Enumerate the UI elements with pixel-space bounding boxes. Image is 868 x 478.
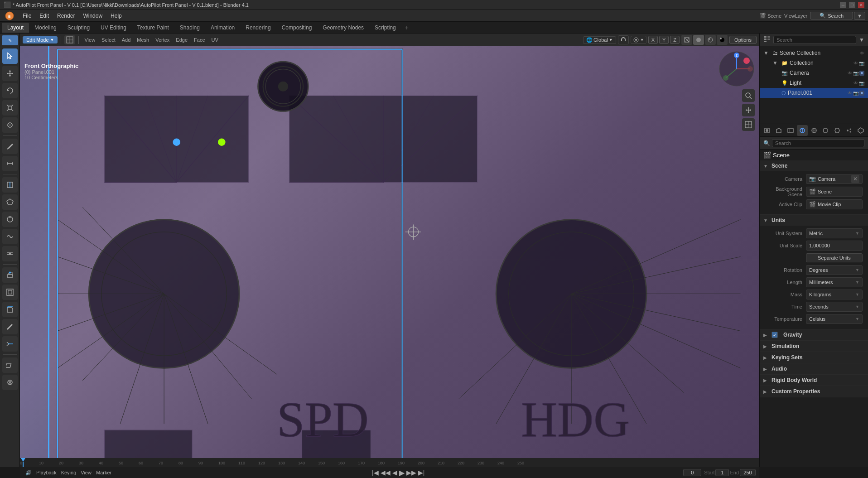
current-frame-input[interactable]	[683, 469, 701, 476]
gravity-section-header[interactable]: ▶ ✓ Gravity	[760, 329, 868, 340]
visibility-btn-1[interactable]: 👁	[854, 61, 858, 66]
smooth-btn[interactable]	[2, 229, 18, 244]
prop-render-icon-btn[interactable]	[762, 125, 772, 136]
wireframe-btn[interactable]	[681, 35, 692, 45]
viewport[interactable]: Edit Mode ▼ View Select Add Mesh Vertex …	[20, 34, 759, 467]
outliner-camera[interactable]: 📷 Camera 👁 📷 ■	[760, 68, 868, 78]
face-menu-btn[interactable]: Face	[192, 36, 207, 43]
tab-uv-editing[interactable]: UV Editing	[95, 23, 132, 33]
unit-scale-value[interactable]: 1.000000	[806, 241, 863, 251]
push-pull-btn[interactable]	[2, 375, 18, 390]
spin-btn[interactable]	[2, 212, 18, 227]
playback-menu-btn[interactable]: 🔊	[24, 469, 34, 477]
simulation-section-header[interactable]: ▶ Simulation	[760, 341, 868, 352]
mass-select[interactable]: Kilograms ▼	[806, 290, 863, 299]
prop-output-icon-btn[interactable]	[773, 125, 784, 136]
select-tool-btn[interactable]	[2, 48, 18, 64]
marker-label-btn[interactable]: Marker	[94, 469, 113, 476]
menu-file[interactable]: File	[19, 12, 35, 20]
tab-texture-paint[interactable]: Texture Paint	[132, 23, 174, 33]
viewport-mode-btn[interactable]: Edit Mode ▼	[23, 36, 58, 43]
y-axis-btn[interactable]: Y	[659, 36, 669, 44]
tab-compositing[interactable]: Compositing	[276, 23, 318, 33]
render-btn-1[interactable]: 📷	[859, 61, 864, 66]
x-axis-btn[interactable]: X	[648, 36, 658, 44]
scale-tool-btn[interactable]	[2, 100, 18, 116]
bisect-btn[interactable]	[2, 336, 18, 352]
rendered-btn[interactable]	[717, 35, 728, 45]
play-btn[interactable]: ▶	[399, 468, 405, 477]
material-preview-btn[interactable]	[705, 35, 716, 45]
prop-scene-icon-btn[interactable]	[797, 125, 808, 136]
keying-label-btn[interactable]: Keying	[59, 469, 78, 476]
menu-render[interactable]: Render	[53, 12, 78, 20]
visibility-btn-3[interactable]: 👁	[854, 81, 858, 86]
vertex-menu-btn[interactable]: Vertex	[153, 36, 172, 43]
view-mode-btn[interactable]	[742, 118, 755, 131]
rotation-select[interactable]: Degrees ▼	[806, 265, 863, 275]
active-clip-value[interactable]: 🎬 Movie Clip	[806, 199, 863, 209]
outliner-collection[interactable]: ▼ 📁 Collection 👁 📷	[760, 58, 868, 68]
slide-relax-btn[interactable]	[2, 246, 18, 261]
units-section-header[interactable]: ▼ Units	[760, 215, 868, 226]
transform-space-btn[interactable]: 🌐 Global ▼	[583, 36, 616, 44]
play-back-btn[interactable]: ◀	[392, 469, 397, 476]
axis-gizmo-svg[interactable]: Z	[719, 51, 755, 87]
jump-end-btn[interactable]: ▶|	[418, 469, 425, 476]
proportional-edit-btn[interactable]: ▼	[631, 36, 646, 44]
tab-shading[interactable]: Shading	[174, 23, 205, 33]
start-frame-input[interactable]	[715, 469, 729, 476]
viewport-options-btn[interactable]: Options	[729, 36, 757, 44]
custom-properties-header[interactable]: ▶ Custom Properties	[760, 386, 868, 397]
solid-btn[interactable]	[693, 35, 704, 45]
prop-physics-icon-btn[interactable]	[855, 125, 866, 136]
extrude-btn[interactable]	[2, 267, 18, 283]
prop-world-icon-btn[interactable]	[809, 125, 820, 136]
snap-btn[interactable]	[618, 35, 629, 44]
outliner-filter-btn[interactable]: ▼	[859, 37, 864, 43]
rigid-body-world-header[interactable]: ▶ Rigid Body World	[760, 375, 868, 386]
measure-btn[interactable]	[2, 156, 18, 171]
prop-particles-icon-btn[interactable]	[844, 125, 854, 136]
viewport-type-btn[interactable]	[64, 35, 75, 44]
prop-view-icon-btn[interactable]	[785, 125, 796, 136]
select-menu-btn[interactable]: Select	[99, 36, 118, 43]
uv-menu-btn[interactable]: UV	[209, 36, 221, 43]
keying-sets-section-header[interactable]: ▶ Keying Sets	[760, 352, 868, 363]
outliner-search-top[interactable]: 🔍 Search	[810, 12, 853, 19]
tab-modeling[interactable]: Modeling	[29, 23, 62, 33]
visibility-btn-4[interactable]: 👁	[848, 91, 852, 96]
viewport-3d[interactable]: SPD HDG Front Orthographic	[20, 46, 759, 467]
zoom-btn[interactable]	[742, 89, 755, 102]
scene-section-header[interactable]: ▼ Scene	[760, 160, 868, 171]
annotate-btn[interactable]	[2, 139, 18, 154]
edge-menu-btn[interactable]: Edge	[174, 36, 190, 43]
maximize-btn[interactable]: □	[849, 2, 855, 8]
step-back-btn[interactable]: ◀◀	[381, 469, 391, 476]
tab-sculpting[interactable]: Sculpting	[62, 23, 95, 33]
mesh-menu-btn[interactable]: Mesh	[135, 36, 151, 43]
end-frame-input[interactable]	[740, 469, 756, 476]
visibility-btn-2[interactable]: 👁	[848, 71, 852, 76]
bg-scene-value[interactable]: 🎬 Scene	[806, 187, 863, 197]
filter-btn-top[interactable]: ▼	[854, 12, 865, 20]
menu-window[interactable]: Window	[79, 12, 106, 20]
view-menu-btn[interactable]: View	[82, 36, 97, 43]
mode-selector[interactable]: ✎	[2, 35, 18, 45]
view-label-btn[interactable]: View	[79, 469, 93, 476]
properties-search-input[interactable]	[772, 139, 864, 147]
pan-btn[interactable]	[742, 104, 755, 116]
prop-obj-icon-btn[interactable]	[820, 125, 831, 136]
render-btn-2[interactable]: 📷	[853, 71, 858, 76]
rotate-tool-btn[interactable]	[2, 83, 18, 98]
visibility-btn-0[interactable]: 👁	[860, 51, 864, 56]
close-btn[interactable]: ✕	[858, 2, 864, 8]
transform-tool-btn[interactable]	[2, 117, 18, 133]
menu-edit[interactable]: Edit	[36, 12, 53, 20]
tab-layout[interactable]: Layout	[2, 23, 29, 33]
tab-animation[interactable]: Animation	[205, 23, 240, 33]
menu-help[interactable]: Help	[107, 12, 125, 20]
poly-build-btn[interactable]	[2, 194, 18, 210]
length-select[interactable]: Millimeters ▼	[806, 277, 863, 287]
loop-cut-btn[interactable]	[2, 177, 18, 193]
